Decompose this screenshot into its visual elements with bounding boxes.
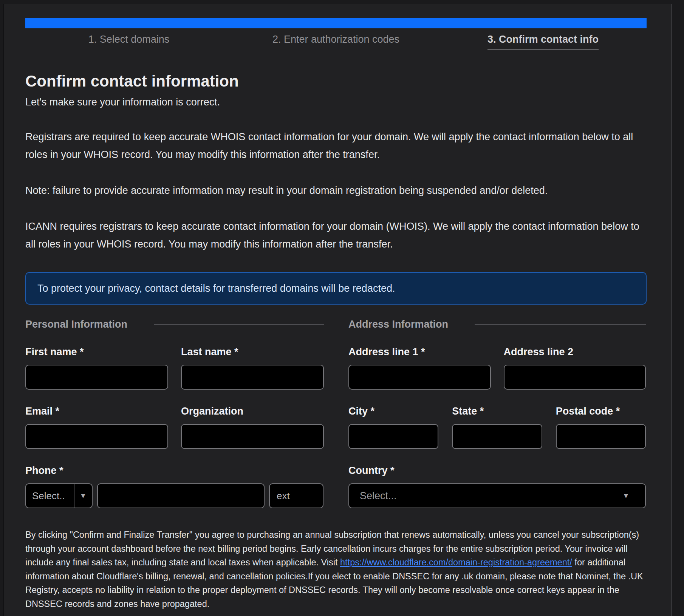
step-select-domains-label: 1. Select domains: [88, 34, 170, 49]
step-select-domains[interactable]: 1. Select domains: [25, 34, 232, 50]
city-label: City *: [348, 406, 438, 417]
address-line2-field-group: Address line 2: [504, 346, 646, 390]
step-enter-auth-codes[interactable]: 2. Enter authorization codes: [232, 34, 439, 50]
domain-registration-agreement-link[interactable]: https://www.cloudflare.com/domain-regist…: [340, 557, 572, 567]
country-select-value: Select...: [349, 490, 622, 502]
email-input[interactable]: [25, 424, 168, 449]
personal-information-section: Personal Information First name * Last n…: [25, 318, 324, 508]
page-title: Confirm contact information: [25, 72, 647, 90]
wizard-steps: 1. Select domains 2. Enter authorization…: [25, 34, 647, 50]
section-divider: [154, 324, 324, 325]
first-name-input[interactable]: [25, 365, 168, 390]
city-input[interactable]: [348, 424, 438, 449]
phone-number-input[interactable]: [97, 483, 265, 508]
personal-information-header: Personal Information: [25, 318, 324, 330]
state-input[interactable]: [452, 424, 542, 449]
progress-bar: [25, 18, 647, 28]
address-information-heading: Address Information: [348, 319, 448, 330]
contact-form: Personal Information First name * Last n…: [25, 318, 647, 508]
chevron-down-icon: ▼: [622, 492, 645, 500]
country-row: Country * Select... ▼: [348, 465, 646, 508]
icann-paragraph: ICANN requires registrars to keep accura…: [25, 218, 646, 253]
step-confirm-contact-info-label: 3. Confirm contact info: [487, 34, 599, 50]
city-state-postal-row: City * State * Postal code *: [348, 406, 646, 449]
address-line1-label: Address line 1 *: [348, 346, 491, 358]
address-line2-input[interactable]: [504, 365, 646, 390]
phone-label: Phone *: [25, 465, 324, 477]
email-label: Email *: [25, 406, 168, 417]
postal-code-label: Postal code *: [556, 406, 646, 417]
organization-input[interactable]: [181, 424, 324, 449]
note-paragraph: Note: failure to provide accurate inform…: [25, 182, 646, 200]
transfer-wizard-page: 1. Select domains 2. Enter authorization…: [3, 4, 672, 616]
organization-field-group: Organization: [181, 406, 324, 449]
step-enter-auth-codes-label: 2. Enter authorization codes: [272, 34, 399, 49]
chevron-down-icon: ▼: [74, 492, 92, 500]
phone-input-group: Select.. ▼: [25, 483, 324, 508]
phone-country-code-select[interactable]: Select.. ▼: [25, 483, 93, 508]
first-name-label: First name *: [25, 346, 168, 358]
country-select[interactable]: Select... ▼: [348, 483, 646, 508]
phone-country-code-value: Select..: [26, 490, 74, 502]
postal-code-field-group: Postal code *: [556, 406, 646, 449]
email-field-group: Email *: [25, 406, 168, 449]
phone-ext-input[interactable]: [269, 483, 323, 508]
postal-code-input[interactable]: [556, 424, 646, 449]
step-confirm-contact-info[interactable]: 3. Confirm contact info: [439, 34, 647, 50]
phone-field-group: Phone * Select.. ▼: [25, 465, 324, 508]
last-name-field-group: Last name *: [181, 346, 324, 390]
privacy-banner-text: To protect your privacy, contact details…: [37, 283, 395, 294]
country-label: Country *: [348, 465, 646, 477]
email-org-row: Email * Organization: [25, 406, 324, 449]
address-line2-label: Address line 2: [504, 346, 646, 358]
organization-label: Organization: [181, 406, 324, 417]
address-information-section: Address Information Address line 1 * Add…: [348, 318, 646, 508]
first-name-field-group: First name *: [25, 346, 168, 390]
registrars-paragraph: Registrars are required to keep accurate…: [25, 128, 646, 164]
legal-terms-text: By clicking "Confirm and Finalize Transf…: [25, 528, 646, 611]
page-subtitle: Let's make sure your information is corr…: [25, 96, 647, 108]
name-row: First name * Last name *: [25, 346, 324, 390]
address-lines-row: Address line 1 * Address line 2: [348, 346, 646, 390]
city-field-group: City *: [348, 406, 438, 449]
last-name-label: Last name *: [181, 346, 324, 358]
privacy-banner: To protect your privacy, contact details…: [25, 272, 647, 305]
state-label: State *: [452, 406, 542, 417]
address-line1-input[interactable]: [348, 365, 491, 390]
country-field-group: Country * Select... ▼: [348, 465, 646, 508]
phone-row: Phone * Select.. ▼: [25, 465, 324, 508]
address-line1-field-group: Address line 1 *: [348, 346, 491, 390]
section-divider: [475, 324, 646, 325]
personal-information-heading: Personal Information: [25, 319, 127, 330]
state-field-group: State *: [452, 406, 542, 449]
address-information-header: Address Information: [348, 318, 646, 330]
last-name-input[interactable]: [181, 365, 324, 390]
